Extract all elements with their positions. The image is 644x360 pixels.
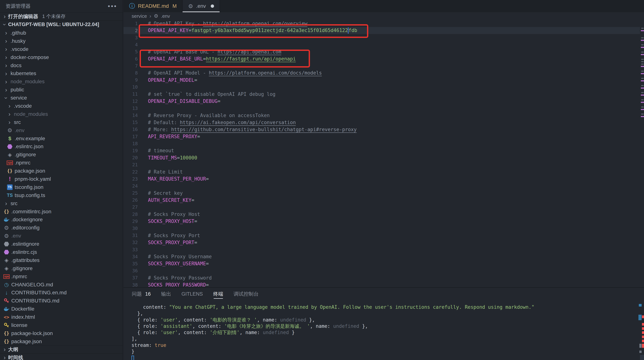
code-line-16[interactable]: 16# More: https://github.com/transitive-… [124,126,644,133]
git-icon: ◈ [2,257,10,264]
tree-item-Dockerfile[interactable]: Dockerfile [0,305,123,313]
tree-item-package-lock.json[interactable]: {}package-lock.json [0,329,123,338]
code-line-36[interactable]: 36 [124,267,644,274]
tree-item-.gitignore[interactable]: ◈.gitignore [0,264,123,273]
tree-item-.npmrc[interactable]: npm.npmrc [0,273,123,281]
code-line-17[interactable]: 17API_REVERSE_PROXY= [124,133,644,140]
panel-tab-problems[interactable]: 问题16 [132,288,151,300]
panel-tab-debug-console[interactable]: 调试控制台 [234,288,259,300]
tree-item-public[interactable]: ›public [0,86,123,94]
code-line-4[interactable]: 4 [124,41,644,48]
tree-item-label: index.html [11,314,35,320]
code-line-30[interactable]: 30 [124,225,644,232]
tree-item-label: public [10,87,24,93]
code-line-35[interactable]: 35SOCKS_PROXY_USERNAME= [124,260,644,267]
tree-item-kubernetes[interactable]: ›kubernetes [0,69,123,77]
code-editor[interactable]: 1# OpenAI API Key - https://platform.ope… [124,20,644,287]
line-number: 6 [124,56,138,62]
tree-item-.eslintignore[interactable]: .eslintignore [0,240,123,248]
code-line-21[interactable]: 21 [124,161,644,168]
tree-item-.editorconfig[interactable]: ⚙.editorconfig [0,224,123,232]
tab-readme[interactable]: ⓘREADME.mdM [124,0,182,12]
section-project-root[interactable]: › CHATGPT-WEB [WSL: UBUNTU-22.04] [0,20,123,28]
section-outline[interactable]: › 大纲 [0,345,123,353]
section-timeline[interactable]: › 时间线 [0,353,123,360]
code-line-15[interactable]: 15# Default: https://ai.fakeopen.com/api… [124,119,644,126]
code-line-25[interactable]: 25# Secret key [124,190,644,197]
terminal[interactable]: content: "You are ChatGPT, a large langu… [132,304,534,360]
tree-item-pnpm-lock.yaml[interactable]: !pnpm-lock.yaml [0,175,123,183]
code-text: SOCKS_PROXY_PASSWORD= [148,282,209,287]
code-line-38[interactable]: 38SOCKS_PROXY_PASSWORD= [124,281,644,287]
tree-item-CHANGELOG.md[interactable]: ◷CHANGELOG.md [0,281,123,289]
minimap-mark [641,85,644,86]
code-line-28[interactable]: 28# Socks Proxy Host [124,211,644,218]
section-open-editors[interactable]: › 打开的编辑器 1 个未保存 [0,12,123,20]
tree-item-package.json[interactable]: {}package.json [0,338,123,346]
code-line-9[interactable]: 9OPENAI_API_MODEL= [124,77,644,84]
tree-item-src[interactable]: ›src [0,199,123,208]
code-line-19[interactable]: 19# timeout [124,147,644,154]
tree-item-.env[interactable]: ⚙.env [0,126,123,134]
code-line-32[interactable]: 32SOCKS_PROXY_PORT= [124,239,644,246]
tree-item-.vscode[interactable]: ›.vscode [0,102,123,110]
tree-item-.eslintrc.cjs[interactable]: .eslintrc.cjs [0,248,123,256]
tree-item-.github[interactable]: ›.github [0,29,123,37]
code-line-13[interactable]: 13 [124,105,644,112]
tree-item-.npmrc[interactable]: npm.npmrc [0,159,123,167]
tree-item-index.html[interactable]: <>index.html [0,313,123,321]
tab-env[interactable]: ⚙.env [182,0,220,12]
tree-item-node_modules[interactable]: ›node_modules [0,77,123,86]
tree-item-.gitignore[interactable]: ◈.gitignore [0,151,123,159]
tree-item-CONTRIBUTING.en.md[interactable]: ↓CONTRIBUTING.en.md [0,289,123,297]
code-line-24[interactable]: 24 [124,182,644,189]
tree-item-src[interactable]: ›src [0,118,123,126]
tree-item-.env.example[interactable]: $.env.example [0,134,123,143]
key-yellow-icon [2,322,10,329]
code-line-23[interactable]: 23MAX_REQUEST_PER_HOUR= [124,175,644,182]
tree-item-.eslintrc.json[interactable]: .eslintrc.json [0,142,123,151]
code-line-27[interactable]: 27 [124,204,644,211]
tree-item-node_modules[interactable]: ›node_modules [0,110,123,118]
tree-item-label: CHANGELOG.md [11,282,53,288]
tree-item-.gitattributes[interactable]: ◈.gitattributes [0,256,123,264]
breadcrumb-item-service[interactable]: service [132,13,147,19]
tree-item-CONTRIBUTING.md[interactable]: CONTRIBUTING.md [0,297,123,305]
code-line-29[interactable]: 29SOCKS_PROXY_HOST= [124,218,644,225]
tree-item-tsup.config.ts[interactable]: TStsup.config.ts [0,191,123,199]
code-line-20[interactable]: 20TIMEOUT_MS=100000 [124,154,644,161]
code-line-26[interactable]: 26AUTH_SECRET_KEY= [124,197,644,204]
tree-item-docker-compose[interactable]: ›docker-compose [0,53,123,61]
breadcrumb-item-env[interactable]: .env [161,13,170,19]
code-line-12[interactable]: 12OPENAI_API_DISABLE_DEBUG= [124,98,644,105]
tree-item-package.json[interactable]: {}package.json [0,167,123,175]
code-line-18[interactable]: 18 [124,140,644,147]
code-line-22[interactable]: 22# Rate Limit [124,168,644,175]
more-actions-icon[interactable]: ••• [108,4,117,8]
line-number: 9 [124,77,138,83]
code-line-11[interactable]: 11# set `true` to disable OpenAI API deb… [124,91,644,98]
tree-item-license[interactable]: license [0,321,123,329]
code-line-8[interactable]: 8# OpenAI API Model - https://platform.o… [124,69,644,76]
code-line-34[interactable]: 34# Socks Proxy Username [124,253,644,260]
tree-item-.commitlintrc.json[interactable]: {}.commitlintrc.json [0,208,123,216]
dirty-dot-icon[interactable] [211,4,214,8]
tree-item-.dockerignore[interactable]: .dockerignore [0,216,123,224]
code-line-14[interactable]: 14# Reverse Proxy - Available on accessT… [124,112,644,119]
panel-tab-gitlens[interactable]: GITLENS [182,288,203,300]
tree-item-docs[interactable]: ›docs [0,61,123,69]
terminal-scrollbar-thumb[interactable] [640,355,644,360]
tree-item-tsconfig.json[interactable]: TStsconfig.json [0,183,123,191]
code-line-37[interactable]: 37# Socks Proxy Password [124,274,644,281]
code-line-33[interactable]: 33 [124,246,644,253]
minimap-mark [641,61,644,62]
code-line-31[interactable]: 31# Socks Proxy Port [124,232,644,239]
code-text: # Default: https://ai.fakeopen.com/api/c… [148,120,296,125]
tree-item-.husky[interactable]: ›.husky [0,37,123,45]
panel-tab-terminal[interactable]: 终端 [213,288,223,300]
tree-item-service[interactable]: ›service [0,94,123,102]
panel-tab-output[interactable]: 输出 [161,288,171,300]
tree-item-.env[interactable]: ⚙.env [0,232,123,240]
code-line-10[interactable]: 10 [124,84,644,91]
tree-item-.vscode[interactable]: ›.vscode [0,45,123,53]
